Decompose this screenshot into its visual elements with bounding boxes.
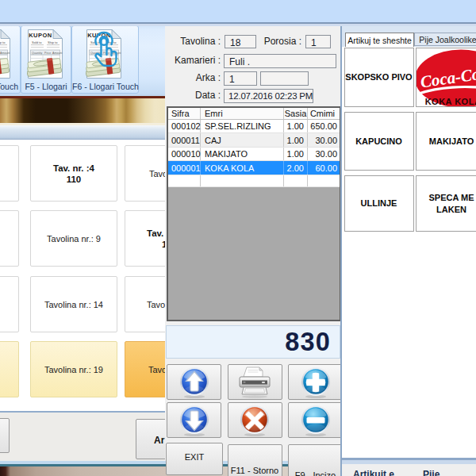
svg-text:Ship to: Ship to [0,40,6,44]
svg-text:Quantity: Quantity [32,52,43,55]
svg-text:Ship to: Ship to [48,40,58,44]
svg-text:Sold to: Sold to [32,40,42,44]
svg-text:Amount: Amount [52,52,62,55]
svg-text:Amount: Amount [0,52,10,55]
svg-text:KUPON: KUPON [29,32,52,39]
svg-text:Price: Price [44,52,51,55]
svg-text:KOKA KOLA: KOKA KOLA [425,97,476,106]
